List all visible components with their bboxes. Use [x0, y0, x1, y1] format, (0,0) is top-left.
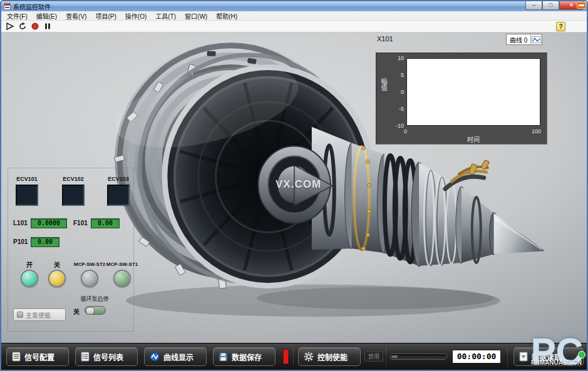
menu-edit[interactable]: 编辑(E) — [32, 11, 61, 21]
f101-display: 0.00 — [91, 218, 120, 228]
data-save-button[interactable]: 数据保存 — [213, 347, 276, 366]
pause-icon[interactable] — [43, 22, 52, 31]
x-tick: 0 — [404, 128, 407, 135]
minimize-button[interactable]: – — [525, 1, 542, 10]
gear-icon — [304, 352, 314, 362]
progress-slider[interactable] — [389, 353, 447, 360]
control-enable-button[interactable]: 控制使能 — [298, 347, 361, 366]
curve-display-label: 曲线显示 — [163, 352, 193, 362]
plot-area — [406, 58, 540, 126]
toolbar: ? — [1, 21, 587, 33]
p101-label: P101 — [13, 238, 28, 245]
menu-help[interactable]: 帮助(H) — [212, 11, 242, 21]
menu-window[interactable]: 窗口(W) — [180, 11, 212, 21]
mcp-sw-st1-button[interactable] — [113, 270, 131, 287]
menu-view[interactable]: 查看(V) — [61, 11, 91, 21]
mcp-sw-st1-label: MCP-SW-ST1 — [105, 262, 140, 267]
maximize-button[interactable]: □ — [542, 1, 559, 10]
control-cluster: ECV101 ECV102 ECV103 L101 0.0000 F101 0.… — [8, 168, 134, 332]
elapsed-time-display: 00:00:00 — [452, 350, 501, 363]
corner-watermark-site: PHMANUALS.CN — [531, 359, 582, 366]
y-tick: 0 — [388, 89, 404, 95]
y-tick: 5 — [388, 72, 404, 78]
pump-switch-state: 关 — [73, 307, 80, 316]
y-tick: 10 — [388, 55, 404, 61]
corner-watermark-dot — [578, 351, 585, 358]
app-icon — [4, 3, 11, 10]
continuous-run-icon[interactable] — [18, 22, 27, 31]
ecv102-label: ECV102 — [59, 176, 87, 182]
close-valve-button[interactable] — [48, 270, 66, 287]
control-enable-label: 控制使能 — [317, 352, 348, 362]
main-pump-enable-label: 主泵使能 — [26, 310, 51, 320]
record-indicator — [283, 349, 289, 364]
bottom-toolbar: 信号配置 信号列表 曲线显示 数据保存 控制使能 禁用 00:00:00 数据读… — [1, 343, 587, 370]
f101-label: F101 — [73, 220, 88, 226]
ecv103-label: ECV103 — [105, 176, 132, 182]
divider — [293, 347, 294, 367]
chart-legend[interactable]: 曲线 0 — [506, 34, 542, 45]
save-icon — [219, 352, 228, 362]
ecv102-indicator — [62, 185, 85, 206]
signal-list-label: 信号列表 — [93, 352, 123, 362]
help-button[interactable]: ? — [556, 22, 565, 31]
waveform-chart-panel: 幅值 10 5 0 -5 -10 0 100 时间 — [376, 53, 547, 145]
ecv101-label: ECV101 — [13, 176, 41, 182]
x-tick: 100 — [532, 128, 541, 135]
chart-title: X101 — [377, 35, 393, 43]
legend-label: 曲线 0 — [507, 35, 530, 44]
menu-operate[interactable]: 操作(O) — [121, 11, 151, 21]
signal-list-button[interactable]: 信号列表 — [75, 347, 138, 366]
ecv103-indicator — [107, 185, 130, 206]
chart-x-axis-label: 时间 — [406, 135, 540, 144]
mcp-sw-st2-label: MCP-SW-ST2 — [72, 262, 107, 267]
menu-project[interactable]: 项目(P) — [91, 11, 120, 21]
read-icon — [519, 352, 528, 362]
document-icon — [12, 352, 21, 362]
open-button-label: 开 — [19, 260, 39, 269]
curve-display-button[interactable]: 曲线显示 — [144, 347, 207, 366]
legend-curve-icon — [530, 35, 542, 44]
divider — [386, 347, 386, 367]
signal-config-button[interactable]: 信号配置 — [6, 347, 69, 366]
ecv101-indicator — [16, 185, 38, 206]
window-controls: – □ × — [525, 1, 584, 10]
title-bar: 系统监控软件 – □ × — [1, 1, 587, 11]
y-tick: -5 — [388, 106, 404, 112]
mcp-sw-st2-button[interactable] — [81, 270, 98, 287]
l101-display: 0.0000 — [31, 218, 67, 228]
l101-label: L101 — [13, 220, 28, 226]
pump-toggle-switch[interactable] — [85, 306, 106, 315]
p101-display: 0.00 — [31, 237, 59, 247]
signal-config-label: 信号配置 — [24, 352, 54, 362]
corner-logo-icon — [577, 2, 586, 9]
menu-tools[interactable]: 工具(T) — [151, 11, 180, 21]
data-save-label: 数据保存 — [232, 352, 262, 362]
app-window: 系统监控软件 – □ × 文件(F) 编辑(E) 查看(V) 项目(P) 操作(… — [0, 0, 588, 371]
y-tick: -10 — [388, 123, 404, 129]
chart-y-axis-label: 幅值 — [379, 78, 388, 91]
main-area: X101 曲线 0 幅值 10 5 0 -5 -10 0 100 时间 ECV1… — [1, 33, 587, 343]
curve-icon — [150, 352, 160, 362]
menu-file[interactable]: 文件(F) — [3, 11, 32, 21]
abort-icon[interactable] — [30, 22, 39, 31]
close-valve-button-label: 关 — [47, 260, 67, 269]
disabled-badge: 禁用 — [364, 352, 383, 362]
main-pump-enable-button[interactable]: 主泵使能 — [13, 308, 66, 321]
divider — [507, 347, 508, 367]
pump-icon — [17, 312, 23, 318]
list-icon — [81, 352, 90, 362]
center-watermark: VX.COM — [276, 178, 321, 191]
run-icon[interactable] — [5, 22, 14, 31]
open-button[interactable] — [21, 270, 38, 287]
menu-bar: 文件(F) 编辑(E) 查看(V) 项目(P) 操作(O) 工具(T) 窗口(W… — [1, 11, 587, 21]
pump-switch-label: 循环泵启停 — [73, 295, 116, 303]
window-title: 系统监控软件 — [13, 2, 51, 11]
